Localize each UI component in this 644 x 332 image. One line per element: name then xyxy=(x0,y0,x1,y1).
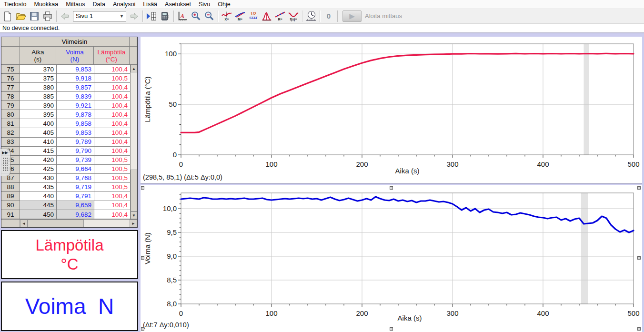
cell-voima[interactable]: 9,789 xyxy=(57,138,94,147)
row-number[interactable]: 80 xyxy=(1,110,20,119)
autoscale-button[interactable]: A xyxy=(176,10,189,22)
cell-aika[interactable]: 445 xyxy=(20,201,57,210)
row-number[interactable]: 88 xyxy=(1,183,20,192)
menu-item-tiedosto[interactable]: Tiedosto xyxy=(0,0,30,8)
cell-voima[interactable]: 9,768 xyxy=(57,174,94,183)
cell-lampotila[interactable]: 100,4 xyxy=(94,192,131,201)
row-number[interactable]: 77 xyxy=(1,83,20,92)
integral-button[interactable] xyxy=(261,10,273,22)
curve-fit-button[interactable]: f(x)= xyxy=(287,10,300,22)
row-number[interactable]: 79 xyxy=(1,101,20,110)
cell-aika[interactable]: 410 xyxy=(20,138,57,147)
row-number[interactable]: 78 xyxy=(1,92,20,101)
print-button[interactable] xyxy=(41,10,54,22)
column-header-lämpötila[interactable]: Lämpötila(°C) xyxy=(94,47,130,65)
scroll-left-icon[interactable]: ◄ xyxy=(20,220,28,227)
cell-lampotila[interactable]: 100,5 xyxy=(94,156,131,165)
cell-aika[interactable]: 375 xyxy=(20,74,57,83)
force-text-box[interactable]: Voima N xyxy=(1,282,138,331)
cell-lampotila[interactable]: 100,4 xyxy=(94,65,131,74)
linear-fit-button[interactable]: R= xyxy=(274,10,286,22)
selection-handle[interactable] xyxy=(637,186,641,190)
menu-item-ohje[interactable]: Ohje xyxy=(214,0,234,8)
selection-handle[interactable] xyxy=(390,186,393,190)
cell-lampotila[interactable]: 100,4 xyxy=(94,110,131,119)
cell-aika[interactable]: 400 xyxy=(20,119,57,128)
cell-voima[interactable]: 9,839 xyxy=(57,92,94,101)
cell-aika[interactable]: 440 xyxy=(20,192,57,201)
cell-voima[interactable]: 9,719 xyxy=(57,183,94,192)
cell-lampotila[interactable]: 100,4 xyxy=(94,138,131,147)
cell-aika[interactable]: 435 xyxy=(20,183,57,192)
open-file-button[interactable] xyxy=(15,10,27,22)
statistics-button[interactable]: 1/2 STAT xyxy=(247,10,260,22)
scroll-down-icon[interactable]: ▼ xyxy=(131,211,137,219)
column-header-voima[interactable]: Voima(N) xyxy=(56,47,93,65)
cell-lampotila[interactable]: 100,5 xyxy=(94,74,131,83)
menu-item-asetukset[interactable]: Asetukset xyxy=(161,0,195,8)
selection-handle[interactable] xyxy=(637,256,641,260)
menu-item-lisää[interactable]: Lisää xyxy=(139,0,161,8)
cell-lampotila[interactable]: 100,4 xyxy=(94,147,131,156)
previous-page-button[interactable] xyxy=(59,10,71,22)
selection-handle[interactable] xyxy=(390,327,393,331)
temperature-text-box[interactable]: Lämpötila °C xyxy=(1,230,138,279)
table-vertical-scrollbar[interactable]: ▲ ▼ xyxy=(131,65,137,219)
selection-handle[interactable] xyxy=(141,327,144,331)
calculator-button[interactable] xyxy=(159,10,171,22)
force-graph[interactable]: 01002003004005008,08,59,09,510,0Aika (s)… xyxy=(141,185,642,332)
collapsed-palette[interactable]: ▶▶ xyxy=(0,149,10,176)
save-button[interactable] xyxy=(28,10,40,22)
cell-voima[interactable]: 9,791 xyxy=(57,192,94,201)
cell-aika[interactable]: 405 xyxy=(20,128,57,137)
collect-button[interactable]: ▶ xyxy=(342,10,362,22)
temperature-graph-panel[interactable]: 0100200300400500050100Aika (s)Lämpötila … xyxy=(141,37,642,183)
row-number[interactable]: 83 xyxy=(1,138,20,147)
menu-item-sivu[interactable]: Sivu xyxy=(195,0,214,8)
force-graph-panel[interactable]: 01002003004005008,08,59,09,510,0Aika (s)… xyxy=(141,185,642,332)
selection-handle[interactable] xyxy=(637,327,641,331)
cell-voima[interactable]: 9,664 xyxy=(57,165,94,174)
scroll-up-icon[interactable]: ▲ xyxy=(131,65,137,72)
cell-aika[interactable]: 370 xyxy=(20,65,57,74)
cell-voima[interactable]: 9,790 xyxy=(57,147,94,156)
cell-aika[interactable]: 420 xyxy=(20,156,57,165)
cell-lampotila[interactable]: 100,4 xyxy=(94,119,131,128)
temperature-graph[interactable]: 0100200300400500050100Aika (s)Lämpötila … xyxy=(141,37,642,183)
vertical-scroll-thumb[interactable] xyxy=(131,170,137,211)
dataset-name-header[interactable]: Viimeisin xyxy=(20,37,130,47)
page-selector[interactable]: Sivu 1 ▼ xyxy=(73,11,126,21)
cell-voima[interactable]: 9,682 xyxy=(57,210,94,219)
menu-item-analysoi[interactable]: Analysoi xyxy=(109,0,139,8)
cell-voima[interactable]: 9,858 xyxy=(57,119,94,128)
cell-voima[interactable]: 9,853 xyxy=(57,128,94,137)
cell-voima[interactable]: 9,739 xyxy=(57,156,94,165)
cell-lampotila[interactable]: 100,4 xyxy=(94,210,131,219)
selection-handle[interactable] xyxy=(141,256,144,260)
cell-aika[interactable]: 380 xyxy=(20,83,57,92)
cell-aika[interactable]: 390 xyxy=(20,101,57,110)
zoom-in-button[interactable] xyxy=(190,10,202,22)
row-number[interactable]: 82 xyxy=(1,128,20,137)
cell-aika[interactable]: 450 xyxy=(20,210,57,219)
column-header-aika[interactable]: Aika(s) xyxy=(20,47,56,65)
row-number[interactable]: 75 xyxy=(1,65,20,74)
tangent-button[interactable]: M= xyxy=(234,10,246,22)
cell-aika[interactable]: 415 xyxy=(20,147,57,156)
cell-lampotila[interactable]: 100,4 xyxy=(94,92,131,101)
cell-voima[interactable]: 9,921 xyxy=(57,101,94,110)
cell-lampotila[interactable]: 100,4 xyxy=(94,101,131,110)
data-collection-setup-button[interactable] xyxy=(305,10,317,22)
cell-aika[interactable]: 395 xyxy=(20,110,57,119)
cell-voima[interactable]: 9,857 xyxy=(57,83,94,92)
cell-lampotila[interactable]: 100,4 xyxy=(94,83,131,92)
row-number[interactable]: 76 xyxy=(1,74,20,83)
cell-aika[interactable]: 385 xyxy=(20,92,57,101)
cell-voima[interactable]: 9,659 xyxy=(57,201,94,210)
cell-lampotila[interactable]: 100,5 xyxy=(94,174,131,183)
horizontal-scroll-thumb[interactable] xyxy=(28,220,84,227)
examine-button[interactable]: X= xyxy=(221,10,233,22)
cell-aika[interactable]: 425 xyxy=(20,165,57,174)
menu-item-mittaus[interactable]: Mittaus xyxy=(62,0,89,8)
row-number[interactable]: 91 xyxy=(1,210,20,219)
